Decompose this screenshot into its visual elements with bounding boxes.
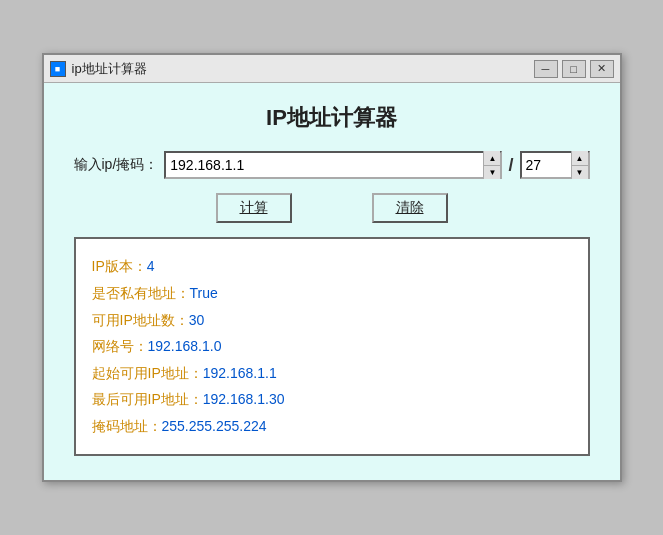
result-box: IP版本：4是否私有地址：True可用IP地址数：30网络号：192.168.1… xyxy=(74,237,590,455)
result-value: 192.168.1.30 xyxy=(203,391,285,407)
minimize-button[interactable]: ─ xyxy=(534,60,558,78)
result-label: 掩码地址： xyxy=(92,418,162,434)
app-content: IP地址计算器 输入ip/掩码： ▲ ▼ / ▲ ▼ 计算 xyxy=(44,83,620,479)
ip-spinners: ▲ ▼ xyxy=(483,151,500,179)
result-value: 192.168.1.1 xyxy=(203,365,277,381)
calculate-button[interactable]: 计算 xyxy=(216,193,292,223)
result-line: 可用IP地址数：30 xyxy=(92,307,572,334)
ip-input[interactable] xyxy=(166,153,483,177)
mask-input-wrapper: ▲ ▼ xyxy=(520,151,590,179)
window-title: ip地址计算器 xyxy=(72,60,534,78)
result-label: 最后可用IP地址： xyxy=(92,391,203,407)
result-value: 192.168.1.0 xyxy=(148,338,222,354)
ip-input-wrapper: ▲ ▼ xyxy=(164,151,502,179)
result-label: 起始可用IP地址： xyxy=(92,365,203,381)
app-title: IP地址计算器 xyxy=(266,103,397,133)
main-window: ■ ip地址计算器 ─ □ ✕ IP地址计算器 输入ip/掩码： ▲ ▼ / xyxy=(42,53,622,481)
result-value: 4 xyxy=(147,258,155,274)
ip-spin-up[interactable]: ▲ xyxy=(484,151,500,166)
button-row: 计算 清除 xyxy=(216,193,448,223)
result-line: 网络号：192.168.1.0 xyxy=(92,333,572,360)
ip-spin-down[interactable]: ▼ xyxy=(484,166,500,180)
mask-input[interactable] xyxy=(522,153,571,177)
separator: / xyxy=(508,155,513,176)
ip-input-row: 输入ip/掩码： ▲ ▼ / ▲ ▼ xyxy=(74,151,590,179)
result-label: 可用IP地址数： xyxy=(92,312,189,328)
ip-label: 输入ip/掩码： xyxy=(74,156,159,174)
result-line: 是否私有地址：True xyxy=(92,280,572,307)
maximize-button[interactable]: □ xyxy=(562,60,586,78)
result-line: IP版本：4 xyxy=(92,253,572,280)
result-value: True xyxy=(190,285,218,301)
result-value: 255.255.255.224 xyxy=(162,418,267,434)
close-button[interactable]: ✕ xyxy=(590,60,614,78)
mask-spin-up[interactable]: ▲ xyxy=(572,151,588,166)
window-controls: ─ □ ✕ xyxy=(534,60,614,78)
result-line: 最后可用IP地址：192.168.1.30 xyxy=(92,386,572,413)
mask-spin-down[interactable]: ▼ xyxy=(572,166,588,180)
result-line: 掩码地址：255.255.255.224 xyxy=(92,413,572,440)
clear-button[interactable]: 清除 xyxy=(372,193,448,223)
mask-spinners: ▲ ▼ xyxy=(571,151,588,179)
app-icon: ■ xyxy=(50,61,66,77)
result-label: IP版本： xyxy=(92,258,147,274)
result-line: 起始可用IP地址：192.168.1.1 xyxy=(92,360,572,387)
result-label: 网络号： xyxy=(92,338,148,354)
result-label: 是否私有地址： xyxy=(92,285,190,301)
result-value: 30 xyxy=(189,312,205,328)
titlebar: ■ ip地址计算器 ─ □ ✕ xyxy=(44,55,620,83)
